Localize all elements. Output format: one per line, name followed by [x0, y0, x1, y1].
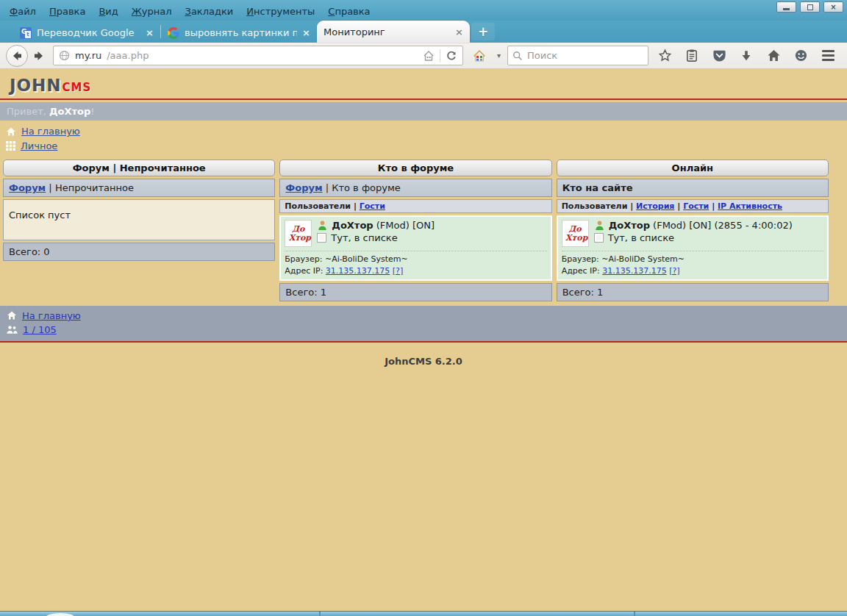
column-breadcrumb: Форум | Кто в форуме	[279, 179, 551, 197]
tab-label: выровнять картинки по ле...	[185, 27, 297, 38]
nav-home-link[interactable]: На главную	[21, 126, 80, 137]
home-white-icon	[6, 126, 16, 137]
ip-help-link[interactable]: [?]	[393, 266, 403, 276]
restore-button[interactable]	[800, 1, 820, 12]
menu-view[interactable]: Вид	[92, 4, 124, 18]
tab-monitoring-active[interactable]: Мониторинг ×	[317, 21, 470, 43]
toolbar-dropdown-icon[interactable]: ▾	[496, 51, 502, 60]
ip-label: Адрес IP:	[285, 266, 326, 276]
user-meta: (FMod) [ON] (2855 - 4:00:02)	[650, 220, 793, 231]
nav-home-row: На главную	[6, 126, 841, 137]
tab-close-icon[interactable]: ×	[302, 27, 310, 38]
close-button[interactable]: ×	[823, 1, 843, 12]
menu-tools[interactable]: Инструменты	[240, 4, 321, 18]
user-ip-row: Адрес IP: 31.135.137.175 [?]	[562, 265, 823, 277]
ip-link[interactable]: 31.135.137.175	[602, 266, 666, 276]
users-icon	[7, 325, 18, 334]
filter-guests-link[interactable]: Гости	[683, 201, 709, 211]
ip-label: Адрес IP:	[562, 266, 603, 276]
footer-online-counter-link[interactable]: 1 / 105	[23, 324, 57, 335]
taskbar-divider	[634, 612, 635, 616]
filter-tabs: Пользователи | Гости	[279, 199, 551, 213]
home-white-icon	[7, 310, 17, 320]
menu-hamburger-icon[interactable]	[817, 46, 839, 66]
filter-ip-activity-link[interactable]: IP Активность	[718, 201, 782, 211]
taskbar[interactable]	[0, 611, 847, 616]
column-forum-unread: Форум | Непрочитанное Форум | Непрочитан…	[3, 160, 275, 261]
page-content: JOHNCMS Привет, ДоХтор! На главную Лично…	[0, 71, 847, 367]
user-avatar[interactable]: До Хтор	[562, 220, 589, 247]
menu-history[interactable]: Журнал	[125, 4, 179, 18]
close-icon: ×	[830, 4, 836, 11]
reload-icon[interactable]	[446, 50, 457, 62]
filter-separator: |	[677, 201, 680, 211]
bookmarks-sidebar-icon[interactable]	[681, 46, 703, 66]
pocket-icon[interactable]	[708, 46, 730, 66]
footer-online-row: 1 / 105	[7, 324, 840, 335]
url-host: my.ru	[75, 50, 101, 61]
back-arrow-icon	[11, 50, 23, 62]
filter-guests-link[interactable]: Гости	[360, 201, 385, 211]
user-name[interactable]: ДоХтор	[332, 220, 373, 231]
start-orb[interactable]	[46, 613, 75, 616]
new-tab-button[interactable]: +	[471, 23, 495, 40]
filter-separator: |	[712, 201, 715, 211]
menu-help[interactable]: Справка	[321, 4, 376, 18]
user-avatar[interactable]: До Хтор	[285, 220, 312, 247]
user-name[interactable]: ДоХтор	[609, 220, 650, 231]
tab-google-translate[interactable]: Gt Переводчик Google ×	[13, 23, 160, 43]
minimize-icon	[783, 8, 790, 10]
extension-house-icon[interactable]	[468, 46, 490, 66]
google-g-icon	[168, 27, 179, 39]
home-icon[interactable]	[762, 46, 785, 66]
search-box[interactable]	[507, 46, 648, 65]
url-bar[interactable]: my.ru/aaa.php	[53, 46, 463, 65]
cms-version-label: JohnCMS 6.2.0	[0, 356, 847, 367]
site-logo: JOHN	[10, 76, 62, 95]
placeholder-box-icon	[317, 233, 326, 243]
menu-file[interactable]: Файл	[3, 4, 43, 18]
tab-label: Мониторинг	[324, 26, 450, 37]
forward-button[interactable]	[30, 47, 48, 65]
total-count: Всего: 1	[279, 283, 551, 301]
forum-link[interactable]: Форум	[9, 182, 46, 193]
column-breadcrumb: Кто на сайте	[557, 179, 829, 197]
tab-close-icon[interactable]: ×	[455, 26, 463, 37]
user-meta: (FMod) [ON]	[374, 220, 435, 231]
hello-chat-icon[interactable]	[790, 46, 812, 66]
user-location: Тут, в списке	[608, 232, 674, 243]
footer-home-link[interactable]: На главную	[22, 310, 81, 321]
tab-strip: Gt Переводчик Google × выровнять картинк…	[0, 21, 847, 43]
url-path: /aaa.php	[107, 50, 149, 61]
bookmark-star-icon[interactable]	[654, 46, 676, 66]
forward-arrow-icon	[33, 50, 45, 62]
placeholder-box-icon	[594, 233, 604, 243]
filter-history-link[interactable]: История	[636, 201, 674, 211]
back-button[interactable]	[6, 45, 28, 67]
columns-container: Форум | Непрочитанное Форум | Непрочитан…	[0, 158, 847, 301]
ip-link[interactable]: 31.135.137.175	[326, 266, 390, 276]
restore-icon	[807, 4, 813, 10]
tab-close-icon[interactable]: ×	[146, 27, 154, 38]
tab-google-search[interactable]: выровнять картинки по ле... ×	[161, 23, 317, 43]
menu-bookmarks[interactable]: Закладки	[179, 4, 240, 18]
column-title: Форум | Непрочитанное	[3, 160, 275, 176]
search-icon	[512, 51, 523, 61]
search-input[interactable]	[527, 50, 630, 61]
download-icon[interactable]	[735, 46, 757, 66]
nav-personal-link[interactable]: Личное	[21, 140, 57, 151]
user-status-icon	[594, 220, 605, 231]
empty-list-message: Список пуст	[3, 199, 275, 240]
menu-edit[interactable]: Правка	[43, 4, 92, 18]
taskbar-divider	[319, 612, 321, 616]
minimize-button[interactable]	[776, 1, 796, 12]
ip-help-link[interactable]: [?]	[669, 266, 679, 276]
user-card: До Хтор ДоХтор (FMod) [ON] (2855 - 4:00:…	[557, 215, 829, 281]
column-title: Онлайн	[557, 160, 829, 176]
breadcrumb-rest: | Кто в форуме	[323, 182, 401, 193]
page-footer-bar: На главную 1 / 105	[0, 306, 847, 343]
total-count: Всего: 1	[557, 283, 829, 301]
page-action-house-icon[interactable]	[423, 50, 435, 62]
forum-link[interactable]: Форум	[285, 182, 322, 193]
column-breadcrumb: Форум | Непрочитанное	[3, 179, 275, 197]
